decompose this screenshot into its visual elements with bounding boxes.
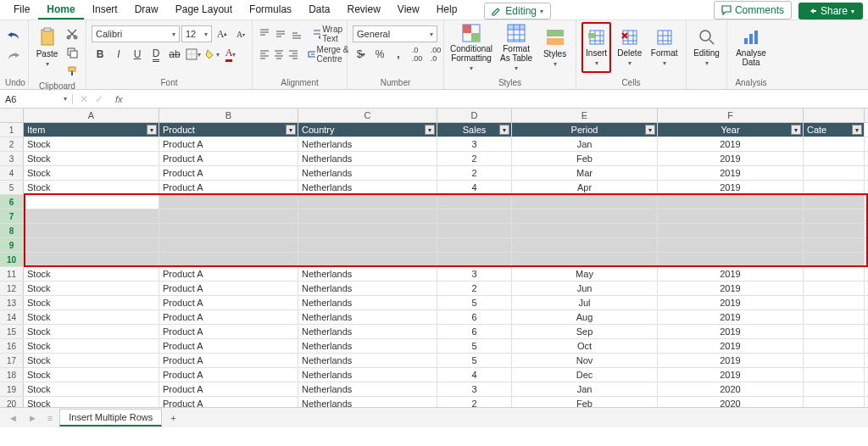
editing-group-button[interactable]: Editing▾: [692, 22, 721, 73]
cell[interactable]: May: [512, 267, 658, 281]
bold-button[interactable]: B: [92, 46, 108, 63]
cell[interactable]: [804, 152, 865, 165]
cell[interactable]: Product A: [159, 137, 298, 151]
align-right-button[interactable]: [287, 46, 299, 63]
cell[interactable]: [804, 339, 865, 353]
cell[interactable]: Stock: [24, 368, 159, 382]
cell[interactable]: Stock: [24, 310, 159, 324]
cell[interactable]: 2019: [658, 166, 804, 180]
cell[interactable]: [512, 195, 658, 209]
cell[interactable]: Netherlands: [298, 282, 437, 295]
cell[interactable]: Product▾: [159, 123, 298, 137]
row-head[interactable]: 11: [0, 267, 24, 281]
cut-button[interactable]: [64, 25, 81, 42]
row-head[interactable]: 1: [0, 123, 24, 137]
decrease-decimal-button[interactable]: .00.0: [427, 46, 444, 63]
cell[interactable]: Item▾: [24, 123, 159, 137]
cell[interactable]: [804, 209, 865, 223]
comments-button[interactable]: Comments: [714, 1, 792, 20]
cell[interactable]: [298, 195, 437, 209]
cell[interactable]: Sales▾: [437, 123, 512, 137]
paste-button[interactable]: Paste ▾: [34, 22, 60, 73]
row-head[interactable]: 18: [0, 368, 24, 382]
cell[interactable]: [804, 238, 865, 252]
menu-tab-draw[interactable]: Draw: [126, 0, 167, 20]
cell[interactable]: 5: [437, 296, 512, 309]
cell[interactable]: Netherlands: [298, 310, 437, 324]
format-painter-button[interactable]: [64, 63, 81, 80]
align-top-button[interactable]: [258, 25, 272, 42]
cell[interactable]: [437, 253, 512, 266]
cell[interactable]: Stock: [24, 382, 159, 396]
filter-dropdown-icon[interactable]: ▾: [425, 125, 435, 135]
cell[interactable]: Product A: [159, 310, 298, 324]
cell[interactable]: [437, 195, 512, 209]
cell[interactable]: 2019: [658, 152, 804, 165]
cell[interactable]: [24, 253, 159, 266]
col-head[interactable]: B: [159, 109, 298, 122]
menu-tab-home[interactable]: Home: [38, 0, 83, 20]
align-center-button[interactable]: [272, 46, 285, 63]
menu-tab-data[interactable]: Data: [300, 0, 338, 20]
cell[interactable]: [804, 368, 865, 382]
cell[interactable]: 6: [437, 310, 512, 324]
cell[interactable]: Netherlands: [298, 354, 437, 367]
currency-button[interactable]: $▾: [353, 46, 370, 63]
cell[interactable]: Oct: [512, 339, 658, 353]
cell[interactable]: 2019: [658, 296, 804, 309]
cell[interactable]: 5: [437, 354, 512, 367]
cell[interactable]: Jul: [512, 296, 658, 309]
align-left-button[interactable]: [258, 46, 270, 63]
cell[interactable]: Stock: [24, 181, 159, 194]
cell[interactable]: [24, 209, 159, 223]
cell[interactable]: Nov: [512, 354, 658, 367]
strikethrough-button[interactable]: ab: [166, 46, 183, 63]
insert-cells-button[interactable]: Insert▾: [581, 22, 611, 73]
cell[interactable]: Stock: [24, 296, 159, 309]
select-all-corner[interactable]: [0, 109, 24, 122]
cell[interactable]: [159, 209, 298, 223]
cell[interactable]: [298, 224, 437, 237]
cell[interactable]: Netherlands: [298, 296, 437, 309]
filter-dropdown-icon[interactable]: ▾: [645, 125, 655, 135]
cell[interactable]: [804, 382, 865, 396]
cell[interactable]: 2020: [658, 382, 804, 396]
cell[interactable]: [804, 224, 865, 237]
format-cells-button[interactable]: Format▾: [648, 22, 681, 73]
cell[interactable]: [512, 253, 658, 266]
cell[interactable]: [512, 238, 658, 252]
cell[interactable]: [512, 224, 658, 237]
name-box[interactable]: A6▾: [0, 94, 73, 104]
cell[interactable]: Period▾: [512, 123, 658, 137]
menu-tab-file[interactable]: File: [5, 0, 38, 20]
cell[interactable]: [159, 253, 298, 266]
editing-mode-dropdown[interactable]: Editing ▾: [484, 3, 551, 20]
menu-tab-page-layout[interactable]: Page Layout: [167, 0, 241, 20]
cell[interactable]: 6: [437, 325, 512, 338]
redo-button[interactable]: [5, 47, 22, 64]
cell[interactable]: [512, 209, 658, 223]
cell[interactable]: Netherlands: [298, 267, 437, 281]
undo-button[interactable]: [5, 27, 22, 44]
cell[interactable]: [437, 238, 512, 252]
cell[interactable]: 2: [437, 152, 512, 165]
cell[interactable]: [658, 224, 804, 237]
cell[interactable]: [658, 253, 804, 266]
filter-dropdown-icon[interactable]: ▾: [791, 125, 801, 135]
cell[interactable]: [804, 310, 865, 324]
sheet-nav-prev[interactable]: ◄: [5, 413, 21, 423]
cell[interactable]: 5: [437, 339, 512, 353]
analyse-data-button[interactable]: Analyse Data: [732, 22, 770, 73]
cell[interactable]: Cate▾: [804, 123, 865, 137]
cell[interactable]: Feb: [512, 152, 658, 165]
font-name-dropdown[interactable]: Calibri▾: [92, 25, 180, 42]
fx-icon[interactable]: fx: [110, 94, 128, 104]
col-head[interactable]: [804, 109, 865, 122]
cell[interactable]: [437, 224, 512, 237]
increase-font-button[interactable]: A▴: [214, 25, 231, 42]
sheet-tab[interactable]: Insert Multiple Rows: [59, 409, 162, 426]
cell[interactable]: [159, 238, 298, 252]
cell[interactable]: Jun: [512, 282, 658, 295]
borders-button[interactable]: ▾: [185, 46, 202, 63]
cell[interactable]: Stock: [24, 339, 159, 353]
